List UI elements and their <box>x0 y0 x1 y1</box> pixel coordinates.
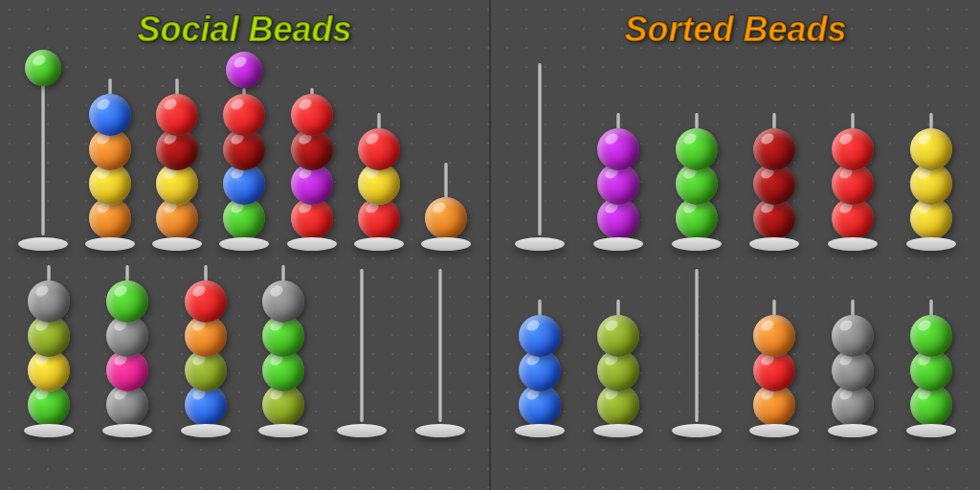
stack-r5 <box>828 113 878 251</box>
stack-r4 <box>749 113 799 251</box>
right-title: Sorted Beads <box>501 10 970 50</box>
stack-l2 <box>85 78 135 251</box>
left-panel: Social Beads <box>0 0 491 490</box>
stack-lb4 <box>258 265 308 437</box>
stack-l7 <box>421 163 471 251</box>
right-panel: Sorted Beads <box>491 0 980 490</box>
stack-rb2 <box>593 300 643 437</box>
stack-r6 <box>906 113 956 251</box>
left-title: Social Beads <box>10 10 479 50</box>
stack-l6 <box>354 113 404 251</box>
stack-lb3 <box>181 265 231 437</box>
stack-lb6 <box>415 269 465 437</box>
stack-l4 <box>219 56 269 251</box>
stack-rb6 <box>906 300 956 437</box>
stack-l1 <box>18 54 68 251</box>
stack-r3 <box>672 113 722 251</box>
stack-rb5 <box>828 300 878 437</box>
stack-rb3 <box>672 269 722 437</box>
stack-lb2 <box>102 265 152 437</box>
stack-r1 <box>515 63 565 251</box>
stack-lb5 <box>337 269 387 437</box>
stack-l3 <box>152 78 202 251</box>
stack-rb1 <box>515 300 565 437</box>
stack-r2 <box>593 113 643 251</box>
stack-lb1 <box>24 265 74 437</box>
stack-l5 <box>287 88 337 251</box>
stack-rb4 <box>749 300 799 437</box>
